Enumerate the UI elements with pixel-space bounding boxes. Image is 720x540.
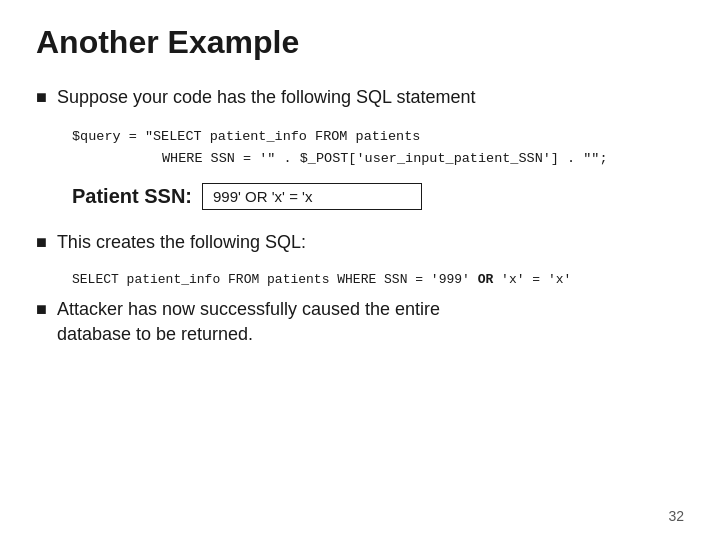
bullet-text-2: This creates the following SQL: — [57, 230, 306, 255]
or-keyword: OR — [478, 272, 494, 287]
slide-page: Another Example ■ Suppose your code has … — [0, 0, 720, 540]
bullet-text-1: Suppose your code has the following SQL … — [57, 85, 476, 110]
sql-result: SELECT patient_info FROM patients WHERE … — [72, 272, 684, 287]
page-title: Another Example — [36, 24, 684, 61]
bullet-item-1: ■ Suppose your code has the following SQ… — [36, 85, 684, 110]
patient-ssn-label: Patient SSN: — [72, 185, 192, 208]
patient-ssn-row: Patient SSN: 999' OR 'x' = 'x — [72, 183, 684, 210]
attacker-text-line1: Attacker has now successfully caused the… — [57, 299, 440, 319]
bullet-item-2: ■ This creates the following SQL: — [36, 230, 684, 255]
bullet-marker-3: ■ — [36, 299, 47, 320]
bullet-marker-2: ■ — [36, 232, 47, 253]
bullet-marker-1: ■ — [36, 87, 47, 108]
code-block: $query = "SELECT patient_info FROM patie… — [72, 126, 684, 169]
page-number: 32 — [668, 508, 684, 524]
bullet-text-3: Attacker has now successfully caused the… — [57, 297, 440, 347]
code-line-1: $query = "SELECT patient_info FROM patie… — [72, 126, 684, 148]
attacker-text-line2: database to be returned. — [57, 324, 253, 344]
bullet-item-3: ■ Attacker has now successfully caused t… — [36, 297, 684, 347]
code-line-2: WHERE SSN = '" . $_POST['user_input_pati… — [72, 148, 684, 170]
ssn-input[interactable]: 999' OR 'x' = 'x — [202, 183, 422, 210]
